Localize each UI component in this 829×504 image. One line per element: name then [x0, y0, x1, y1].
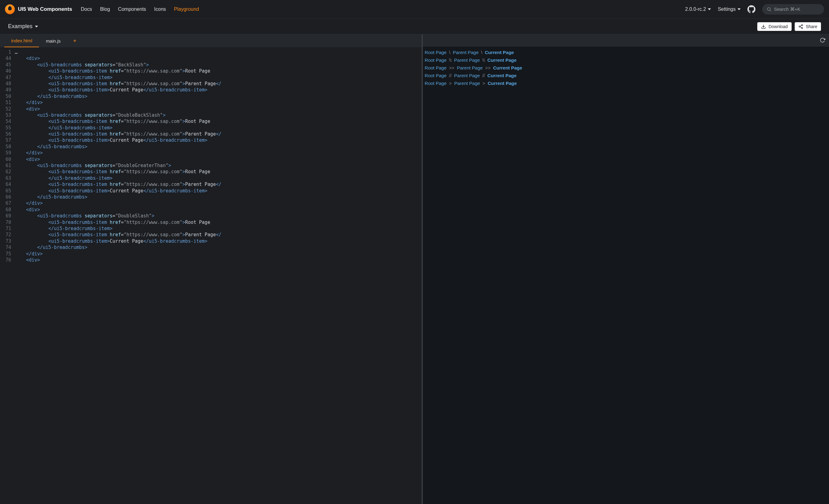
- download-label: Download: [768, 24, 788, 29]
- breadcrumb-link[interactable]: Root Page: [425, 73, 447, 78]
- share-button[interactable]: Share: [795, 22, 821, 31]
- chevron-down-icon: [708, 8, 711, 10]
- breadcrumb: Root Page\Parent Page\Current Page: [425, 50, 827, 55]
- breadcrumb-current: Current Page: [485, 50, 514, 55]
- editor-pane: index.html main.js 144454647484950515253…: [0, 34, 423, 504]
- breadcrumb-separator: //: [449, 73, 452, 78]
- breadcrumb-separator: >: [482, 81, 485, 86]
- settings-dropdown[interactable]: Settings: [718, 6, 741, 12]
- code-content[interactable]: … <div> <ui5-breadcrumbs separators="Bac…: [15, 47, 221, 265]
- github-link[interactable]: [747, 5, 755, 13]
- search-input[interactable]: Search ⌘+K: [762, 4, 824, 14]
- breadcrumb-link[interactable]: Parent Page: [454, 81, 480, 86]
- version-selector[interactable]: 2.0.0-rc.2: [685, 6, 711, 12]
- code-editor[interactable]: 1444546474849505152535455565758596061626…: [0, 47, 422, 504]
- brand[interactable]: UI5 Web Components: [5, 4, 72, 14]
- breadcrumb: Root Page//Parent Page//Current Page: [425, 73, 827, 78]
- svg-point-0: [767, 8, 770, 10]
- breadcrumb-separator: \\: [482, 57, 485, 63]
- search-icon: [766, 7, 771, 12]
- svg-line-1: [770, 10, 771, 11]
- chevron-down-icon: [35, 26, 38, 28]
- chevron-down-icon: [737, 8, 741, 10]
- nav-icons[interactable]: Icons: [154, 6, 166, 12]
- breadcrumb-link[interactable]: Parent Page: [457, 65, 482, 70]
- breadcrumb-current: Current Page: [488, 57, 516, 63]
- breadcrumb: Root Page\\Parent Page\\Current Page: [425, 57, 827, 63]
- split-view: index.html main.js 144454647484950515253…: [0, 34, 829, 504]
- breadcrumb-separator: \: [449, 50, 450, 55]
- preview-pane: Root Page\Parent Page\Current PageRoot P…: [423, 34, 829, 504]
- github-icon: [747, 5, 755, 13]
- editor-tabs: index.html main.js: [0, 34, 422, 47]
- brand-logo-icon: [5, 4, 15, 14]
- download-button[interactable]: Download: [757, 22, 791, 31]
- svg-line-7: [800, 25, 801, 26]
- breadcrumb-link[interactable]: Root Page: [425, 50, 447, 55]
- svg-line-6: [800, 27, 801, 28]
- breadcrumb-separator: \: [481, 50, 482, 55]
- breadcrumb-link[interactable]: Root Page: [425, 57, 447, 63]
- share-label: Share: [806, 24, 817, 29]
- breadcrumb-separator: >: [449, 81, 452, 86]
- brand-name: UI5 Web Components: [18, 6, 72, 12]
- breadcrumb-separator: //: [482, 73, 485, 78]
- refresh-button[interactable]: [820, 37, 825, 44]
- breadcrumb-current: Current Page: [493, 65, 522, 70]
- svg-point-4: [799, 26, 800, 27]
- svg-point-5: [801, 27, 803, 29]
- download-icon: [761, 24, 766, 29]
- breadcrumb: Root Page>Parent Page>Current Page: [425, 81, 827, 86]
- breadcrumb-separator: \\: [449, 57, 452, 63]
- plus-icon: [72, 38, 77, 43]
- tab-index-html[interactable]: index.html: [4, 34, 39, 47]
- topbar-right: 2.0.0-rc.2 Settings Search ⌘+K: [685, 4, 824, 14]
- svg-point-3: [801, 25, 803, 26]
- breadcrumb-current: Current Page: [488, 81, 517, 86]
- examples-label: Examples: [8, 23, 32, 30]
- settings-label: Settings: [718, 6, 736, 12]
- breadcrumb-link[interactable]: Parent Page: [454, 73, 480, 78]
- preview-toolbar: [423, 34, 829, 47]
- breadcrumb-link[interactable]: Parent Page: [454, 57, 480, 63]
- breadcrumb-link[interactable]: Root Page: [425, 65, 447, 70]
- nav-docs[interactable]: Docs: [81, 6, 92, 12]
- tab-main-js[interactable]: main.js: [39, 34, 67, 47]
- search-placeholder: Search ⌘+K: [774, 6, 800, 12]
- add-tab-button[interactable]: [67, 34, 82, 47]
- breadcrumb-separator: >>: [485, 65, 491, 70]
- primary-nav: Docs Blog Components Icons Playground: [81, 6, 199, 12]
- version-label: 2.0.0-rc.2: [685, 6, 706, 12]
- breadcrumb-link[interactable]: Parent Page: [453, 50, 478, 55]
- breadcrumb-separator: >>: [449, 65, 455, 70]
- nav-playground[interactable]: Playground: [174, 6, 199, 12]
- breadcrumb: Root Page>>Parent Page>>Current Page: [425, 65, 827, 70]
- share-icon: [798, 24, 803, 29]
- playground-toolbar: Examples Download Share: [0, 19, 829, 34]
- refresh-icon: [820, 37, 825, 43]
- breadcrumb-current: Current Page: [488, 73, 516, 78]
- nav-blog[interactable]: Blog: [100, 6, 110, 12]
- breadcrumb-link[interactable]: Root Page: [425, 81, 447, 86]
- examples-dropdown[interactable]: Examples: [8, 23, 38, 30]
- topbar: UI5 Web Components Docs Blog Components …: [0, 0, 829, 19]
- nav-components[interactable]: Components: [118, 6, 146, 12]
- line-number-gutter: 1444546474849505152535455565758596061626…: [0, 47, 15, 265]
- preview-body: Root Page\Parent Page\Current PageRoot P…: [423, 47, 829, 504]
